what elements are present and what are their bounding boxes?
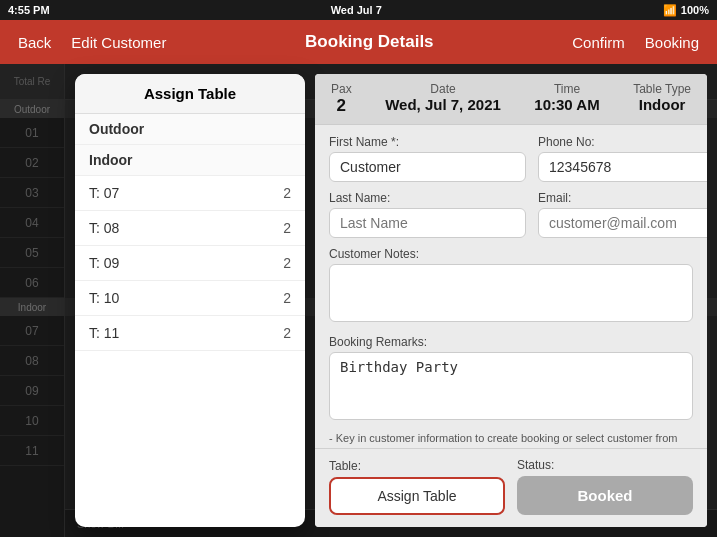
table-label: Table: (329, 459, 505, 473)
table-seats-10: 2 (283, 290, 291, 306)
outdoor-section-label: Outdoor (75, 114, 305, 145)
table-seats-08: 2 (283, 220, 291, 236)
modal-title: Assign Table (75, 74, 305, 114)
top-nav: Back Edit Customer Booking Details Confi… (0, 20, 717, 64)
table-type-value: Indoor (633, 96, 691, 113)
form-row-2: Last Name: Email: (329, 191, 693, 238)
date-value: Wed, Jul 7, 2021 (385, 96, 501, 113)
date-col: Date Wed, Jul 7, 2021 (385, 82, 501, 113)
table-type-col: Table Type Indoor (633, 82, 691, 113)
first-name-label: First Name *: (329, 135, 526, 149)
last-name-input[interactable] (329, 208, 526, 238)
table-type-label: Table Type (633, 82, 691, 96)
customer-notes-input[interactable] (329, 264, 693, 322)
email-label: Email: (538, 191, 707, 205)
time-label: Time (534, 82, 599, 96)
customer-notes-label: Customer Notes: (329, 247, 693, 261)
last-name-field: Last Name: (329, 191, 526, 238)
table-seats-09: 2 (283, 255, 291, 271)
table-id-11: T: 11 (89, 325, 119, 341)
phone-input[interactable] (538, 152, 707, 182)
email-input[interactable] (538, 208, 707, 238)
table-id-09: T: 09 (89, 255, 119, 271)
table-seats-07: 2 (283, 185, 291, 201)
modal-spacer (75, 351, 305, 527)
time-col: Time 10:30 AM (534, 82, 599, 113)
customer-notes-field: Customer Notes: (329, 247, 693, 326)
phone-label: Phone No: (538, 135, 707, 149)
booking-remarks-field: Booking Remarks: Birthday Party (329, 335, 693, 424)
hint-line-1: - Key in customer information to create … (329, 430, 693, 448)
booking-remarks-label: Booking Remarks: (329, 335, 693, 349)
back-edit-button[interactable]: Edit Customer (65, 30, 172, 55)
table-id-10: T: 10 (89, 290, 119, 306)
booking-details-panel: Pax 2 Date Wed, Jul 7, 2021 Time 10:30 A… (315, 74, 707, 527)
phone-field: Phone No: (538, 135, 707, 182)
table-row-08[interactable]: T: 08 2 (75, 211, 305, 246)
email-field: Email: (538, 191, 707, 238)
top-nav-left: Back Edit Customer (12, 30, 172, 55)
form-body: First Name *: Phone No: Last Name: Email… (315, 125, 707, 448)
top-nav-right: Confirm Booking (566, 30, 705, 55)
table-row-10[interactable]: T: 10 2 (75, 281, 305, 316)
last-name-label: Last Name: (329, 191, 526, 205)
hints: - Key in customer information to create … (329, 430, 693, 448)
status-day: Wed Jul 7 (331, 4, 382, 16)
first-name-input[interactable] (329, 152, 526, 182)
status-icons: 📶 100% (663, 4, 709, 17)
booking-remarks-input[interactable]: Birthday Party (329, 352, 693, 420)
table-row-09[interactable]: T: 09 2 (75, 246, 305, 281)
table-row-11[interactable]: T: 11 2 (75, 316, 305, 351)
status-bar: 4:55 PM Wed Jul 7 📶 100% (0, 0, 717, 20)
first-name-field: First Name *: (329, 135, 526, 182)
assign-table-wrapper: Assign Table (329, 477, 505, 515)
modal-overlay: Assign Table Outdoor Indoor T: 07 2 T: 0… (0, 64, 717, 537)
date-label: Date (385, 82, 501, 96)
assign-table-button[interactable]: Assign Table (331, 479, 503, 513)
table-seats-11: 2 (283, 325, 291, 341)
status-field: Status: Booked (517, 458, 693, 515)
booking-button[interactable]: Booking (639, 30, 705, 55)
table-id-07: T: 07 (89, 185, 119, 201)
indoor-section-label: Indoor (75, 145, 305, 176)
table-id-08: T: 08 (89, 220, 119, 236)
booking-footer: Table: Assign Table Status: Booked (315, 448, 707, 527)
time-value: 10:30 AM (534, 96, 599, 113)
form-row-1: First Name *: Phone No: (329, 135, 693, 182)
back-button[interactable]: Back (12, 30, 57, 55)
page-title: Booking Details (172, 32, 566, 52)
pax-col: Pax 2 (331, 82, 352, 116)
battery-icon: 100% (681, 4, 709, 16)
booked-button: Booked (517, 476, 693, 515)
table-assign-field: Table: Assign Table (329, 459, 505, 515)
table-row-07[interactable]: T: 07 2 (75, 176, 305, 211)
booking-info-header: Pax 2 Date Wed, Jul 7, 2021 Time 10:30 A… (315, 74, 707, 125)
pax-label: Pax (331, 82, 352, 96)
status-label: Status: (517, 458, 693, 472)
pax-value: 2 (331, 96, 352, 116)
confirm-button[interactable]: Confirm (566, 30, 631, 55)
status-time: 4:55 PM (8, 4, 50, 16)
wifi-icon: 📶 (663, 4, 677, 17)
assign-table-modal: Assign Table Outdoor Indoor T: 07 2 T: 0… (75, 74, 305, 527)
